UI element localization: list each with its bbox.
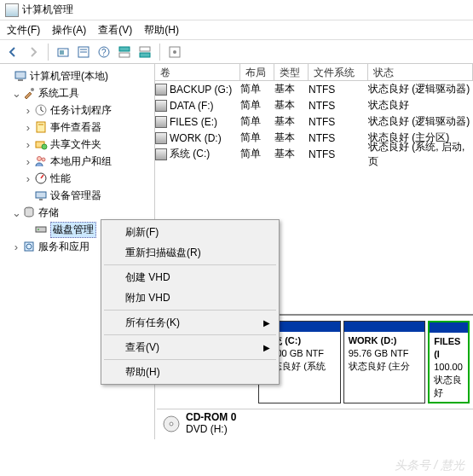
tree-storage[interactable]: 存储	[38, 206, 59, 220]
col-layout[interactable]: 布局	[240, 64, 274, 80]
tree-event-viewer[interactable]: 事件查看器	[50, 120, 101, 135]
column-headers: 卷 布局 类型 文件系统 状态	[155, 64, 473, 81]
tree-services[interactable]: 服务和应用	[38, 240, 89, 254]
chevron-right-icon: ▶	[263, 343, 270, 352]
svg-point-12	[173, 50, 176, 54]
cdrom-icon	[162, 415, 181, 436]
table-row[interactable]: DATA (F:)简单基本NTFS状态良好	[155, 97, 473, 113]
help-icon[interactable]: ?	[96, 44, 112, 60]
expand-icon[interactable]: ›	[22, 172, 34, 185]
shared-icon	[34, 137, 48, 151]
col-status[interactable]: 状态	[368, 64, 473, 80]
partition-tile[interactable]: FILES (I100.00状态良好	[428, 321, 470, 403]
watermark: 头条号 / 慧光	[395, 458, 464, 473]
svg-rect-8	[119, 53, 130, 57]
tree-local-users[interactable]: 本地用户和组	[50, 154, 112, 169]
expand-icon[interactable]: ›	[22, 104, 34, 117]
expand-icon[interactable]: ›	[22, 138, 34, 151]
svg-point-22	[42, 158, 45, 161]
menu-create-vhd[interactable]: 创建 VHD	[103, 267, 277, 287]
menu-bar: 文件(F) 操作(A) 查看(V) 帮助(H)	[0, 20, 473, 39]
svg-rect-10	[140, 53, 150, 57]
table-row[interactable]: FILES (E:)简单基本NTFS状态良好 (逻辑驱动器)	[155, 113, 473, 130]
table-row[interactable]: 系统 (C:)简单基本NTFS状态良好 (系统, 启动, 页	[155, 146, 473, 162]
forward-icon[interactable]	[26, 44, 41, 60]
expand-icon[interactable]: ⌄	[10, 87, 22, 100]
menu-action[interactable]: 操作(A)	[52, 23, 86, 38]
volume-icon	[155, 132, 167, 144]
properties-icon[interactable]	[76, 44, 91, 60]
storage-icon	[22, 206, 36, 219]
menu-help[interactable]: 帮助(H)	[103, 362, 277, 382]
tools-icon	[22, 86, 36, 100]
perf-icon	[34, 171, 48, 185]
expand-icon[interactable]: ›	[22, 121, 34, 134]
menu-refresh[interactable]: 刷新(F)	[103, 222, 277, 242]
expand-icon[interactable]: ›	[22, 155, 34, 168]
tree-shared-folders[interactable]: 共享文件夹	[50, 137, 101, 152]
tree-system-tools[interactable]: 系统工具	[38, 86, 79, 101]
svg-point-32	[170, 422, 173, 426]
volume-icon	[155, 148, 167, 160]
tree-task-scheduler[interactable]: 任务计划程序	[50, 103, 112, 118]
device-icon	[34, 189, 48, 202]
view-bottom-icon[interactable]	[137, 44, 153, 60]
title-bar: 计算机管理	[0, 0, 473, 20]
volume-icon	[155, 84, 167, 96]
settings-icon[interactable]	[167, 44, 182, 60]
tree-disk-management[interactable]: 磁盘管理	[50, 222, 96, 238]
table-row[interactable]: BACKUP (G:)简单基本NTFS状态良好 (逻辑驱动器)	[155, 81, 473, 97]
col-volume[interactable]: 卷	[155, 64, 240, 80]
tree-root[interactable]: 计算机管理(本地)	[30, 69, 108, 84]
menu-help[interactable]: 帮助(H)	[144, 23, 179, 38]
svg-rect-13	[15, 72, 26, 78]
volume-list: BACKUP (G:)简单基本NTFS状态良好 (逻辑驱动器) DATA (F:…	[155, 81, 473, 162]
view-top-icon[interactable]	[117, 44, 132, 60]
svg-rect-9	[140, 47, 150, 51]
svg-point-21	[37, 157, 42, 161]
back-icon[interactable]	[5, 44, 20, 60]
cdrom-row[interactable]: CD-ROM 0DVD (H:)	[157, 409, 473, 438]
svg-point-15	[31, 88, 34, 91]
disk-mgmt-icon	[34, 223, 48, 236]
menu-attach-vhd[interactable]: 附加 VHD	[103, 287, 277, 308]
up-icon[interactable]	[55, 44, 71, 60]
context-menu: 刷新(F) 重新扫描磁盘(R) 创建 VHD 附加 VHD 所有任务(K)▶ 查…	[101, 219, 280, 385]
expand-icon[interactable]: ⌄	[10, 206, 22, 219]
svg-rect-17	[37, 122, 45, 132]
toolbar: ?	[0, 40, 473, 64]
svg-rect-1	[60, 50, 64, 55]
menu-view[interactable]: 查看(V)▶	[103, 337, 277, 357]
svg-point-28	[37, 229, 39, 230]
computer-icon	[14, 69, 27, 83]
chevron-right-icon: ▶	[263, 318, 270, 328]
tree-performance[interactable]: 性能	[50, 171, 71, 186]
svg-rect-25	[39, 199, 43, 200]
menu-file[interactable]: 文件(F)	[7, 23, 40, 38]
tree-device-manager[interactable]: 设备管理器	[50, 189, 101, 203]
volume-icon	[155, 100, 167, 112]
scheduler-icon	[34, 103, 48, 117]
col-fs[interactable]: 文件系统	[309, 64, 368, 80]
services-icon	[22, 240, 36, 253]
svg-rect-27	[36, 227, 46, 232]
col-type[interactable]: 类型	[274, 64, 309, 80]
users-icon	[34, 154, 48, 168]
event-icon	[34, 120, 48, 134]
expand-icon[interactable]: ›	[10, 241, 22, 253]
svg-rect-14	[18, 79, 23, 81]
svg-rect-7	[119, 47, 130, 51]
app-icon	[5, 3, 19, 17]
menu-view[interactable]: 查看(V)	[98, 23, 132, 38]
partition-tile[interactable]: WORK (D:)95.76 GB NTF状态良好 (主分	[343, 321, 426, 403]
svg-point-20	[42, 144, 47, 149]
svg-text:?: ?	[101, 48, 107, 57]
svg-rect-24	[36, 192, 46, 198]
menu-all-tasks[interactable]: 所有任务(K)▶	[103, 312, 277, 333]
volume-icon	[155, 116, 167, 128]
menu-rescan[interactable]: 重新扫描磁盘(R)	[103, 242, 277, 263]
window-title: 计算机管理	[22, 3, 73, 17]
